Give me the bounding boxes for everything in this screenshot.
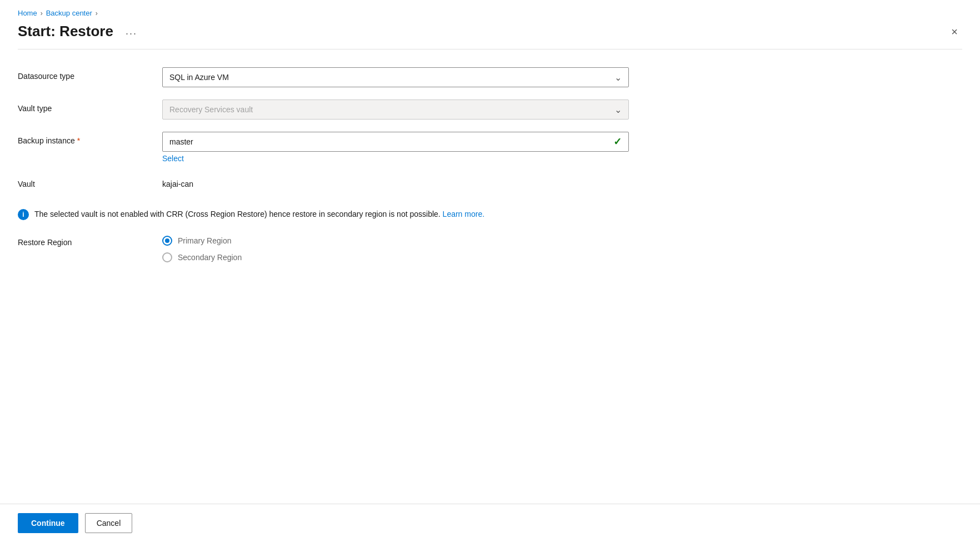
info-text: The selected vault is not enabled with C… <box>34 208 484 220</box>
cancel-button[interactable]: Cancel <box>85 513 133 533</box>
datasource-type-value: SQL in Azure VM <box>169 73 229 82</box>
backup-instance-control: master ✓ Select <box>162 132 629 163</box>
check-icon: ✓ <box>613 136 622 148</box>
select-link[interactable]: Select <box>162 154 184 163</box>
breadcrumb-home[interactable]: Home <box>18 9 37 17</box>
vault-type-control: Recovery Services vault ⌄ <box>162 100 629 120</box>
title-row: Start: Restore ... × <box>18 23 962 49</box>
breadcrumb-sep-1: › <box>41 9 43 17</box>
title-left: Start: Restore ... <box>18 23 142 40</box>
vault-label: Vault <box>18 175 162 188</box>
vault-type-select: Recovery Services vault ⌄ <box>162 100 629 120</box>
page-title: Start: Restore <box>18 23 113 40</box>
info-message: The selected vault is not enabled with C… <box>34 210 441 218</box>
learn-more-link[interactable]: Learn more. <box>443 210 484 218</box>
datasource-type-label: Datasource type <box>18 67 162 81</box>
vault-type-row: Vault type Recovery Services vault ⌄ <box>18 100 629 120</box>
backup-instance-label-text: Backup instance <box>18 136 75 145</box>
vault-type-label: Vault type <box>18 100 162 113</box>
breadcrumb-sep-2: › <box>96 9 98 17</box>
continue-button[interactable]: Continue <box>18 513 78 533</box>
radio-primary-input[interactable] <box>162 236 172 246</box>
header: Home › Backup center › Start: Restore ..… <box>0 0 980 49</box>
form-section: Datasource type SQL in Azure VM ⌄ Vault … <box>18 67 629 262</box>
datasource-type-control: SQL in Azure VM ⌄ <box>162 67 629 87</box>
close-button[interactable]: × <box>947 24 962 39</box>
backup-instance-value: master <box>169 137 193 146</box>
vault-type-arrow: ⌄ <box>614 105 622 115</box>
radio-primary-label: Primary Region <box>178 236 231 245</box>
info-icon: i <box>18 209 29 220</box>
datasource-type-select[interactable]: SQL in Azure VM ⌄ <box>162 67 629 87</box>
required-star: * <box>77 136 80 145</box>
restore-region-control: Primary Region Secondary Region <box>162 233 629 262</box>
restore-region-label: Restore Region <box>18 233 162 247</box>
vault-value-wrap: kajai-can <box>162 175 629 188</box>
backup-instance-label: Backup instance * <box>18 132 162 145</box>
datasource-type-row: Datasource type SQL in Azure VM ⌄ <box>18 67 629 87</box>
radio-primary-region[interactable]: Primary Region <box>162 236 629 246</box>
ellipsis-button[interactable]: ... <box>121 23 142 39</box>
info-banner: i The selected vault is not enabled with… <box>18 201 629 228</box>
radio-secondary-label: Secondary Region <box>178 253 242 262</box>
datasource-type-arrow: ⌄ <box>614 72 622 83</box>
vault-row: Vault kajai-can <box>18 175 629 188</box>
radio-secondary-input[interactable] <box>162 252 172 262</box>
vault-type-value: Recovery Services vault <box>169 105 253 114</box>
radio-group: Primary Region Secondary Region <box>162 233 629 262</box>
breadcrumb: Home › Backup center › <box>18 9 962 17</box>
restore-region-row: Restore Region Primary Region Secondary … <box>18 233 629 262</box>
content-area: Datasource type SQL in Azure VM ⌄ Vault … <box>0 49 980 504</box>
radio-secondary-region[interactable]: Secondary Region <box>162 252 629 262</box>
footer: Continue Cancel <box>0 504 980 542</box>
breadcrumb-backup-center[interactable]: Backup center <box>46 9 92 17</box>
backup-instance-input[interactable]: master ✓ <box>162 132 629 152</box>
page-wrapper: Home › Backup center › Start: Restore ..… <box>0 0 980 542</box>
backup-instance-row: Backup instance * master ✓ Select <box>18 132 629 163</box>
vault-value: kajai-can <box>162 175 629 188</box>
